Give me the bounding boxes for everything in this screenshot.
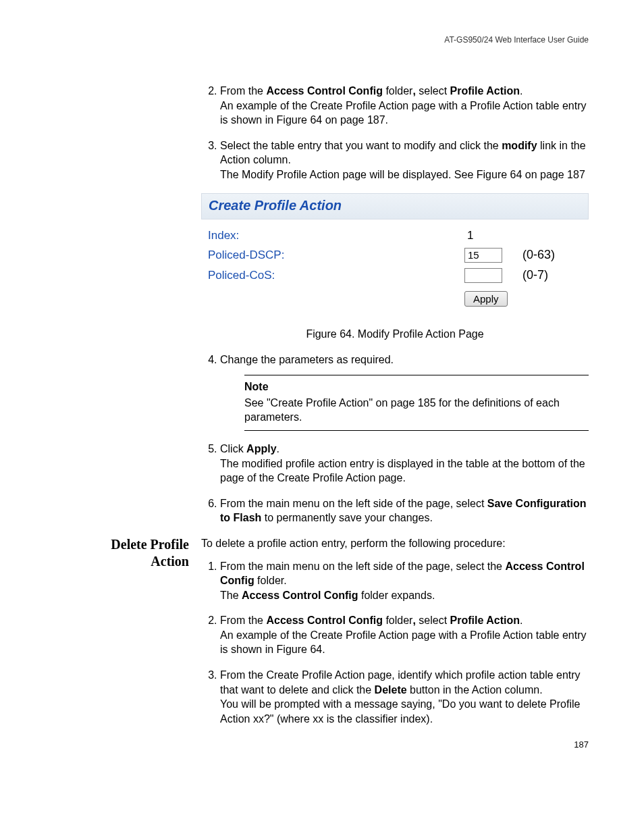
step-2: From the Access Control Config folder, s… bbox=[220, 84, 589, 128]
row-dscp: Policed-DSCP: (0-63) bbox=[201, 245, 589, 265]
step-6: From the main menu on the left side of t… bbox=[220, 496, 589, 525]
section-heading-line2: Action bbox=[151, 554, 189, 569]
range-dscp: (0-63) bbox=[522, 248, 555, 262]
step-5: Click Apply. The modified profile action… bbox=[220, 442, 589, 486]
d2-post: . bbox=[520, 615, 522, 626]
label-dscp: Policed-DSCP: bbox=[208, 249, 464, 262]
step-3: Select the table entry that you want to … bbox=[220, 138, 589, 182]
range-cos: (0-7) bbox=[522, 268, 548, 282]
d2-mid1: folder bbox=[383, 615, 412, 626]
step-2-pre: From the bbox=[220, 85, 266, 97]
row-index: Index: 1 bbox=[201, 226, 589, 245]
row-cos: Policed-CoS: (0-7) bbox=[201, 265, 589, 286]
page-number: 187 bbox=[574, 739, 589, 750]
d2-bold2: Profile Action bbox=[450, 615, 520, 626]
delete-intro: To delete a profile action entry, perfor… bbox=[201, 536, 589, 551]
step-2-post: . bbox=[520, 85, 522, 97]
step-2-mid2: select bbox=[416, 85, 450, 97]
step-5-line2: The modified profile action entry is dis… bbox=[220, 458, 585, 484]
d1-line2c: folder expands. bbox=[358, 590, 435, 601]
label-cos: Policed-CoS: bbox=[208, 269, 464, 282]
delete-steps: From the main menu on the left side of t… bbox=[201, 559, 589, 727]
d1-line2b: Access Control Config bbox=[242, 590, 358, 601]
panel-title-bar: Create Profile Action bbox=[201, 193, 589, 219]
delete-step-1: From the main menu on the left side of t… bbox=[220, 559, 589, 603]
d1-post: folder. bbox=[254, 575, 287, 586]
running-header: AT-GS950/24 Web Interface User Guide bbox=[55, 35, 589, 45]
procedure-steps-bottom: Change the parameters as required. Note … bbox=[201, 353, 589, 525]
d1-pre: From the main menu on the left side of t… bbox=[220, 561, 505, 572]
step-4: Change the parameters as required. Note … bbox=[220, 353, 589, 431]
figure-caption: Figure 64. Modify Profile Action Page bbox=[201, 328, 589, 340]
step-6-pre: From the main menu on the left side of t… bbox=[220, 498, 487, 509]
step-2-bold1: Access Control Config bbox=[266, 85, 382, 97]
step-5-post: . bbox=[277, 443, 279, 454]
d2-bold1: Access Control Config bbox=[266, 615, 382, 626]
delete-step-2: From the Access Control Config folder, s… bbox=[220, 613, 589, 657]
step-4-text: Change the parameters as required. bbox=[220, 354, 394, 365]
d2-line2: An example of the Create Profile Action … bbox=[220, 629, 587, 656]
step-2-mid1: folder bbox=[383, 85, 412, 97]
note-body: See "Create Profile Action" on page 185 … bbox=[244, 396, 589, 425]
step-6-post: to permanently save your changes. bbox=[261, 512, 432, 523]
step-5-pre: Click bbox=[220, 443, 246, 454]
d3-post: button in the Action column. bbox=[407, 684, 543, 696]
section-heading-line1: Delete Profile bbox=[111, 537, 189, 552]
label-index: Index: bbox=[208, 229, 464, 242]
d3-line2: You will be prompted with a message sayi… bbox=[220, 698, 580, 725]
step-2-line2: An example of the Create Profile Action … bbox=[220, 100, 587, 126]
d1-line2a: The bbox=[220, 590, 242, 601]
step-3-pre: Select the table entry that you want to … bbox=[220, 140, 502, 151]
step-3-bold1: modify bbox=[502, 140, 537, 151]
note-box: Note See "Create Profile Action" on page… bbox=[244, 375, 589, 431]
apply-button[interactable]: Apply bbox=[464, 291, 508, 307]
delete-step-3: From the Create Profile Action page, ide… bbox=[220, 668, 589, 726]
panel-title: Create Profile Action bbox=[209, 198, 342, 213]
section-heading-delete: Delete Profile Action bbox=[55, 536, 201, 570]
d3-bold: Delete bbox=[375, 684, 407, 696]
d2-mid2: select bbox=[416, 615, 450, 626]
step-3-line2: The Modify Profile Action page will be d… bbox=[220, 169, 585, 180]
input-dscp[interactable] bbox=[464, 248, 502, 263]
step-5-bold: Apply bbox=[246, 443, 276, 454]
step-2-bold2: Profile Action bbox=[450, 85, 520, 97]
figure-64-panel: Create Profile Action Index: 1 Policed-D… bbox=[201, 193, 589, 312]
d2-pre: From the bbox=[220, 615, 266, 626]
procedure-steps-top: From the Access Control Config folder, s… bbox=[201, 84, 589, 182]
input-cos[interactable] bbox=[464, 268, 502, 283]
value-index: 1 bbox=[464, 229, 473, 242]
note-title: Note bbox=[244, 380, 589, 394]
